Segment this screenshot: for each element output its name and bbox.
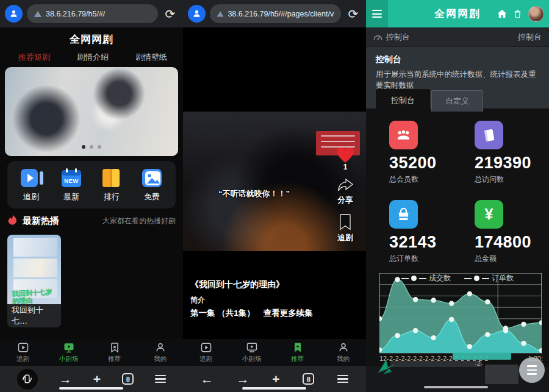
carousel-dot[interactable] (98, 145, 101, 149)
video-play-icon (20, 168, 43, 188)
forward-button[interactable]: → (237, 372, 249, 385)
yuan-icon: ¥ (475, 200, 503, 229)
url-text: 38.6.216.79/h5/#/pages/client/video (228, 10, 334, 18)
share-label[interactable]: 分享 (338, 195, 353, 205)
stat-label: 总金额 (475, 254, 549, 264)
account-button[interactable] (5, 5, 23, 23)
hot-section-header: 最新热播 大家都在看的热播好剧 (0, 215, 183, 227)
home-indicator[interactable] (424, 386, 488, 388)
trash-icon[interactable] (514, 9, 522, 18)
tabbar-follow[interactable]: 追剧 (0, 339, 46, 366)
tabbar-recommend[interactable]: 推荐 (92, 339, 137, 366)
url-bar[interactable]: 38.6.216.79/h5/#/ (27, 4, 158, 23)
page-title: 全网网剧 (0, 32, 183, 46)
app-nav-tabs: 推荐短剧 剧情介绍 剧情壁纸 (18, 52, 167, 63)
tab-plot-wallpaper[interactable]: 剧情壁纸 (135, 52, 167, 63)
video-title: 《我回到十七岁的理由》 (190, 279, 284, 290)
chart-legend: 成交数 订单数 (366, 273, 549, 283)
more-episodes-link[interactable]: 查看更多续集 (264, 308, 313, 319)
carousel-dots (0, 145, 183, 149)
home-indicator[interactable] (59, 387, 123, 390)
tabbar-mine[interactable]: 我的 (137, 339, 183, 366)
stat-value: 174800 (475, 233, 549, 252)
hot-section-subtitle: 大家都在看的热播好剧 (102, 216, 176, 226)
x-axis-overflow-label: -2- (475, 360, 483, 367)
drama-card[interactable]: 我回到十七岁 的理由 我回到十七… (7, 235, 61, 327)
site-icon (34, 10, 42, 18)
browser-menu-button[interactable] (155, 375, 166, 383)
tab-switcher-button[interactable]: 8 (122, 373, 134, 385)
ranking-book-icon (100, 168, 123, 188)
video-action-column: 1 分享 追剧 (332, 145, 359, 243)
book-icon (475, 121, 503, 149)
tv-icon (246, 341, 258, 354)
video-intro-label: 简介 (190, 295, 205, 305)
forward-button[interactable]: → (59, 372, 72, 385)
legend-marker (411, 276, 417, 281)
breadcrumb-item[interactable]: 控制台 (386, 32, 410, 43)
legend-item-orders[interactable]: 订单数 (464, 273, 514, 283)
tab-console[interactable]: 控制台 (376, 89, 430, 112)
rotate-device-button[interactable] (17, 369, 38, 390)
account-button[interactable] (188, 5, 206, 23)
shopping-bag-icon (389, 200, 418, 229)
stat-label: 总访问数 (475, 174, 549, 185)
rotate-device-icon (21, 373, 33, 385)
tabbar-follow[interactable]: 追剧 (183, 339, 229, 366)
bookmark-star-icon (292, 341, 304, 354)
reload-button[interactable]: ⟳ (345, 8, 361, 20)
legend-item-deals[interactable]: 成交数 (401, 273, 451, 283)
left-browser-panel: 38.6.216.79/h5/#/ ⟳ 全网网剧 推荐短剧 剧情介绍 剧情壁纸 … (0, 0, 183, 392)
new-tab-button[interactable]: + (272, 372, 279, 385)
banner-carousel[interactable] (5, 67, 178, 156)
stat-label: 总订单数 (389, 254, 468, 264)
tabbar-mine[interactable]: 我的 (320, 339, 366, 366)
tab-plot-intro[interactable]: 剧情介绍 (77, 52, 109, 63)
reload-button[interactable]: ⟳ (162, 8, 178, 20)
bookmark-follow-icon[interactable] (337, 213, 353, 231)
render-artifact (453, 352, 511, 360)
person-icon (9, 9, 19, 19)
quick-action-free[interactable]: 免费 (135, 168, 169, 202)
follow-label[interactable]: 追剧 (338, 233, 353, 243)
like-count: 1 (343, 163, 348, 171)
stat-value: 219390 (475, 154, 549, 173)
quick-action-ranking[interactable]: 排行 (95, 168, 129, 202)
calendar-new-icon: NEW (60, 168, 83, 188)
like-heart-icon[interactable] (335, 145, 356, 164)
stat-visits: 219390 总访问数 (475, 121, 549, 185)
tabbar-theater[interactable]: 小剧场 (46, 339, 92, 366)
tab-custom[interactable]: 自定义 (431, 90, 483, 112)
tv-icon (63, 341, 75, 354)
stat-orders: 32143 总订单数 (389, 200, 468, 264)
legend-marker (474, 276, 479, 281)
quick-action-latest[interactable]: NEW 最新 (54, 168, 88, 202)
carousel-dot[interactable] (82, 145, 85, 149)
share-icon[interactable] (336, 177, 356, 193)
poster-caption: 我回到十七岁 的理由 (12, 288, 56, 305)
episode-info: 第一集 （共1集） (190, 308, 255, 319)
hot-flame-icon (7, 215, 18, 227)
floating-menu-button[interactable] (519, 357, 545, 383)
user-avatar[interactable] (528, 6, 544, 22)
stats-section: 35200 总会员数 219390 总访问数 32143 总订单数 ¥ 1748… (366, 109, 549, 268)
episode-row: 第一集 （共1集） 查看更多续集 (190, 308, 313, 319)
tabbar-recommend[interactable]: 推荐 (274, 339, 320, 366)
home-icon[interactable] (497, 9, 507, 18)
url-bar[interactable]: 38.6.216.79/h5/#/pages/client/video (210, 4, 341, 23)
person-icon (192, 9, 202, 19)
site-icon (217, 10, 224, 18)
home-indicator[interactable] (242, 387, 306, 390)
back-button[interactable]: ← (201, 372, 214, 385)
url-text: 38.6.216.79/h5/#/ (46, 10, 105, 18)
tab-recommend-short[interactable]: 推荐短剧 (18, 52, 50, 63)
tabbar-theater[interactable]: 小剧场 (229, 339, 274, 366)
bird-logo-icon (376, 356, 398, 377)
browser-menu-button[interactable] (337, 375, 348, 383)
carousel-dot[interactable] (90, 145, 93, 149)
stat-amount: ¥ 174800 总金额 (475, 200, 549, 264)
quick-action-follow[interactable]: 追剧 (14, 168, 48, 202)
new-tab-button[interactable]: + (93, 372, 101, 385)
tab-switcher-button[interactable]: 8 (303, 373, 314, 385)
area-chart (379, 273, 542, 354)
